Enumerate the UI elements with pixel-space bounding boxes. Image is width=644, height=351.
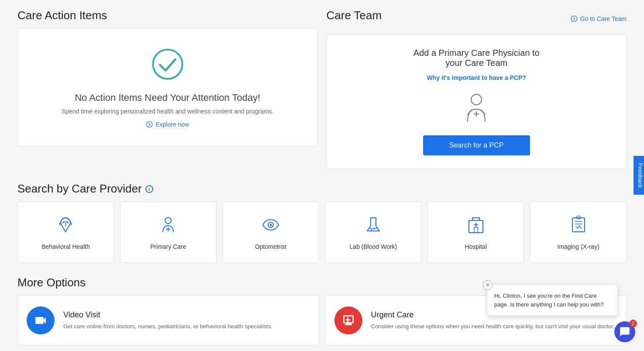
provider-card-lab[interactable]: Lab (Blood Work) bbox=[325, 202, 421, 263]
svg-point-2 bbox=[571, 16, 577, 21]
go-to-care-team-link[interactable]: Go to Care Team bbox=[571, 15, 627, 22]
svg-point-11 bbox=[270, 224, 272, 226]
explore-label: Explore now bbox=[155, 121, 189, 128]
action-items-subtitle: Spend time exploring personalized health… bbox=[62, 108, 274, 115]
explore-now-link[interactable]: Explore now bbox=[146, 121, 189, 128]
svg-rect-19 bbox=[572, 218, 585, 232]
provider-card-brain[interactable]: Behavioral Health bbox=[17, 202, 114, 263]
search-provider-section: Search by Care Provider i Behavioral Hea… bbox=[17, 182, 627, 263]
provider-card-xray[interactable]: Imaging (X-ray) bbox=[530, 202, 627, 263]
feedback-tab[interactable]: Feedback bbox=[634, 156, 644, 195]
provider-label-hospital: Hospital bbox=[465, 243, 487, 250]
nurse-icon bbox=[459, 90, 494, 127]
care-team-card-heading: Add a Primary Care Physician to your Car… bbox=[406, 48, 546, 68]
svg-point-0 bbox=[153, 49, 182, 79]
svg-rect-16 bbox=[474, 227, 478, 233]
care-action-items-title: Care Action Items bbox=[17, 9, 318, 22]
video-option-desc: Get care online from doctors, nurses, pe… bbox=[63, 322, 272, 331]
care-action-items-column: Care Action Items No Action Items Need Y… bbox=[17, 9, 318, 169]
pcp-importance-link[interactable]: Why it's important to have a PCP? bbox=[427, 74, 526, 81]
svg-point-14 bbox=[373, 228, 375, 230]
check-icon bbox=[150, 47, 185, 83]
go-to-care-team-label: Go to Care Team bbox=[580, 15, 627, 22]
chat-badge: 2 bbox=[629, 320, 637, 327]
svg-point-3 bbox=[471, 94, 482, 105]
xray-icon bbox=[568, 214, 589, 237]
care-team-arrow-icon bbox=[571, 15, 578, 22]
provider-label-xray: Imaging (X-ray) bbox=[557, 243, 599, 250]
chat-popup-close-button[interactable]: ✕ bbox=[483, 280, 492, 290]
care-team-column: Care Team Go to Care Team Add a Primary … bbox=[327, 9, 627, 169]
chat-greeting-text: Hi, Clinton, I see you're on the Find Ca… bbox=[494, 292, 610, 309]
svg-point-13 bbox=[371, 229, 372, 231]
eye-icon bbox=[260, 214, 281, 237]
urgentcare-option-desc: Consider using these options when you ne… bbox=[371, 322, 615, 331]
provider-grid: Behavioral Health Primary Care Optometri… bbox=[17, 202, 627, 263]
search-for-pcp-button[interactable]: Search for a PCP bbox=[423, 135, 530, 155]
video-icon-wrap bbox=[27, 306, 55, 334]
brain-icon bbox=[55, 214, 76, 237]
provider-card-eye[interactable]: Optometrist bbox=[223, 202, 319, 263]
provider-card-doctor[interactable]: Primary Care bbox=[120, 202, 217, 263]
provider-label-eye: Optometrist bbox=[255, 243, 286, 250]
search-provider-title: Search by Care Provider bbox=[17, 182, 142, 196]
provider-label-doctor: Primary Care bbox=[150, 243, 186, 250]
top-grid: Care Action Items No Action Items Need Y… bbox=[17, 9, 627, 169]
hospital-icon bbox=[465, 214, 486, 237]
urgent-care-icon bbox=[341, 313, 355, 327]
video-option-title: Video Visit bbox=[63, 310, 272, 320]
provider-label-brain: Behavioral Health bbox=[41, 243, 90, 250]
doctor-icon bbox=[158, 214, 179, 237]
explore-circle-arrow-icon bbox=[146, 121, 153, 128]
urgentcare-icon-wrap bbox=[334, 306, 362, 334]
action-items-heading: No Action Items Need Your Attention Toda… bbox=[75, 92, 260, 103]
care-team-title: Care Team bbox=[327, 9, 382, 22]
chat-popup: ✕ Hi, Clinton, I see you're on the Find … bbox=[487, 284, 618, 316]
chat-icon bbox=[619, 326, 630, 337]
search-provider-title-row: Search by Care Provider i bbox=[17, 182, 627, 196]
svg-point-7 bbox=[165, 217, 171, 224]
care-team-card: Add a Primary Care Physician to your Car… bbox=[327, 34, 627, 169]
video-icon bbox=[34, 313, 48, 327]
more-option-card-video[interactable]: Video Visit Get care online from doctors… bbox=[17, 296, 319, 345]
video-option-text: Video Visit Get care online from doctors… bbox=[63, 310, 272, 331]
care-action-items-card: No Action Items Need Your Attention Toda… bbox=[17, 28, 318, 146]
provider-card-hospital[interactable]: Hospital bbox=[427, 202, 524, 263]
svg-point-1 bbox=[147, 121, 152, 127]
info-icon[interactable]: i bbox=[145, 185, 153, 193]
lab-icon bbox=[363, 214, 384, 237]
provider-label-lab: Lab (Blood Work) bbox=[350, 243, 397, 250]
chat-avatar-button[interactable]: 2 bbox=[614, 321, 635, 342]
care-team-header: Care Team Go to Care Team bbox=[327, 9, 627, 28]
